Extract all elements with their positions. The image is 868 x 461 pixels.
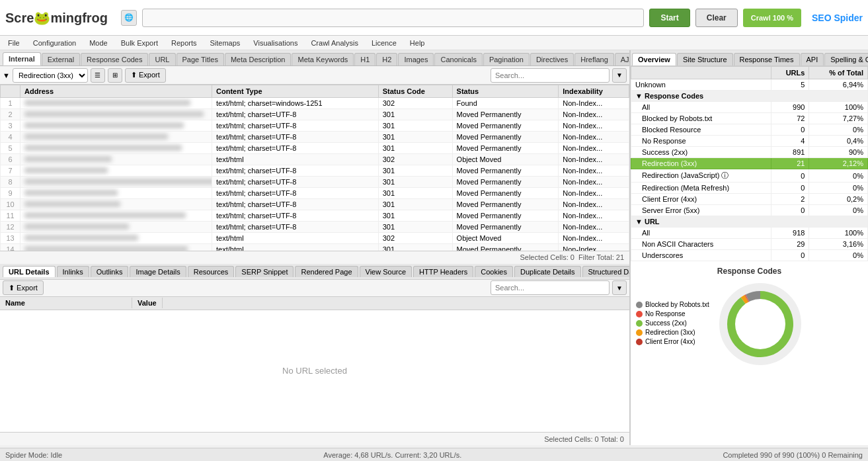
tab-cookies[interactable]: Cookies [475,266,513,277]
table-row[interactable]: 10 text/html; charset=UTF-8 301 Moved Pe… [1,199,629,210]
menu-reports[interactable]: Reports [166,38,202,48]
tab-meta-description[interactable]: Meta Description [225,53,292,65]
tab-external[interactable]: External [42,53,80,65]
url-input[interactable] [142,9,644,27]
tab-page-titles[interactable]: Page Titles [177,53,224,65]
overview-row[interactable]: Success (2xx) 891 90% [631,147,868,158]
cell-status: Moved Permanently [452,177,559,188]
menu-crawl-analysis[interactable]: Crawl Analysis [305,38,364,48]
globe-icon[interactable]: 🌐 [121,10,137,26]
table-row[interactable]: 6 text/html 302 Object Moved Non-Index..… [1,154,629,165]
table-row[interactable]: 9 text/html; charset=UTF-8 301 Moved Per… [1,188,629,199]
table-row[interactable]: 12 text/html; charset=UTF-8 301 Moved Pe… [1,222,629,233]
tab-hreflang[interactable]: Hreflang [574,53,614,65]
overview-row[interactable]: All 990 100% [631,102,868,113]
tab-resources[interactable]: Resources [188,266,235,277]
tab-inlinks[interactable]: Inlinks [57,266,89,277]
table-row[interactable]: 11 text/html; charset=UTF-8 301 Moved Pe… [1,210,629,222]
tab-pagination[interactable]: Pagination [483,53,530,65]
left-panel: Internal External Response Codes URL Pag… [0,50,630,445]
overview-row[interactable]: Client Error (4xx) 2 0,2% [631,194,868,205]
overview-row[interactable]: Non ASCII Characters 29 3,16% [631,239,868,250]
tab-image-details[interactable]: Image Details [130,266,186,277]
table-row[interactable]: 4 text/html; charset=UTF-8 301 Moved Per… [1,132,629,143]
tab-http-headers[interactable]: HTTP Headers [413,266,473,277]
menu-help[interactable]: Help [405,38,430,48]
start-button[interactable]: Start [649,9,690,27]
col-indexability[interactable]: Indexability [559,85,629,98]
section-toggle[interactable]: ▼ Response Codes [631,91,868,102]
tab-outlinks[interactable]: Outlinks [91,266,129,277]
table-row[interactable]: 2 text/html; charset=UTF-8 301 Moved Per… [1,109,629,120]
table-row[interactable]: 13 text/html 302 Object Moved Non-Index.… [1,233,629,244]
tab-spelling[interactable]: Spelling & Gramm... [824,53,868,65]
menu-configuration[interactable]: Configuration [28,38,81,48]
col-address[interactable]: Address [20,85,212,98]
tab-response-codes[interactable]: Response Codes [81,53,148,65]
table-row[interactable]: 1 text/html; charset=windows-1251 302 Fo… [1,98,629,109]
tab-structured-data[interactable]: Structured Data Details [582,266,629,277]
tab-h2[interactable]: H2 [376,53,397,65]
tab-view-source[interactable]: View Source [360,266,413,277]
section-toggle[interactable]: ▼ URL [631,216,868,228]
tab-directives[interactable]: Directives [530,53,574,65]
col-status[interactable]: Status [452,85,559,98]
col-content-type[interactable]: Content Type [212,85,379,98]
cell-indexability: Non-Index... [559,177,629,188]
tab-h1[interactable]: H1 [354,53,375,65]
tab-internal[interactable]: Internal [3,52,41,65]
tab-response-times[interactable]: Response Times [734,53,800,65]
menu-sitemaps[interactable]: Sitemaps [204,38,245,48]
tab-url[interactable]: URL [149,53,175,65]
tab-rendered-page[interactable]: Rendered Page [295,266,358,277]
overview-row[interactable]: Underscores 0 0% [631,250,868,261]
filter-dropdown[interactable]: Redirection (3xx) [13,68,88,83]
tab-images[interactable]: Images [398,53,434,65]
overview-row[interactable]: No Response 4 0,4% [631,136,868,147]
export-button[interactable]: ⬆ Export [125,68,166,83]
tab-duplicate-details[interactable]: Duplicate Details [514,266,581,277]
tab-overview[interactable]: Overview [632,53,676,65]
col-status-code[interactable]: Status Code [378,85,452,98]
bottom-search-dropdown[interactable]: ▼ [612,280,627,295]
chart-view-icon[interactable]: ⊞ [108,68,122,83]
tab-api[interactable]: API [801,53,824,65]
cell-address [20,222,212,233]
table-row[interactable]: 7 text/html; charset=UTF-8 301 Moved Per… [1,165,629,177]
overview-row-pct: 90% [809,147,868,158]
cell-indexability: Non-Index... [559,244,629,251]
status-completed: Completed 990 of 990 (100%) 0 Remaining [723,451,863,459]
bottom-search-input[interactable] [491,280,610,295]
table-row[interactable]: 3 text/html; charset=UTF-8 301 Moved Per… [1,120,629,132]
tab-ajax[interactable]: AJAX [615,53,629,65]
bottom-export-button[interactable]: ⬆ Export [3,280,44,295]
overview-section-header[interactable]: ▼ Response Codes [631,91,868,102]
tab-serp-snippet[interactable]: SERP Snippet [235,266,294,277]
table-row[interactable]: 14 text/html 301 Moved Permanently Non-I… [1,244,629,251]
tab-meta-keywords[interactable]: Meta Keywords [292,53,354,65]
search-input[interactable] [491,68,610,83]
table-row[interactable]: 8 text/html; charset=UTF-8 301 Moved Per… [1,177,629,188]
overview-row[interactable]: Blocked Resource 0 0% [631,124,868,136]
tab-site-structure[interactable]: Site Structure [677,53,733,65]
tab-canonicals[interactable]: Canonicals [434,53,482,65]
cell-num: 14 [1,244,20,251]
tab-url-details[interactable]: URL Details [3,266,56,277]
clear-button[interactable]: Clear [695,9,738,27]
menu-licence[interactable]: Licence [366,38,402,48]
overview-row[interactable]: Blocked by Robots.txt 72 7,27% [631,113,868,124]
overview-row[interactable]: Redirection (Meta Refresh) 0 0% [631,183,868,194]
search-dropdown-icon[interactable]: ▼ [612,68,627,83]
overview-row[interactable]: Redirection (JavaScript) ⓘ 0 0% [631,169,868,183]
overview-section-header[interactable]: ▼ URL [631,216,868,228]
table-row[interactable]: 5 text/html; charset=UTF-8 301 Moved Per… [1,143,629,154]
menu-file[interactable]: File [3,38,25,48]
overview-row[interactable]: Server Error (5xx) 0 0% [631,205,868,216]
overview-row-unknown[interactable]: Unknown 5 6,94% [631,79,868,91]
overview-row[interactable]: Redirection (3xx) 21 2,12% [631,158,868,169]
overview-row[interactable]: All 918 100% [631,228,868,239]
list-view-icon[interactable]: ☰ [91,68,105,83]
menu-bulk-export[interactable]: Bulk Export [116,38,163,48]
menu-visualisations[interactable]: Visualisations [248,38,303,48]
menu-mode[interactable]: Mode [84,38,113,48]
